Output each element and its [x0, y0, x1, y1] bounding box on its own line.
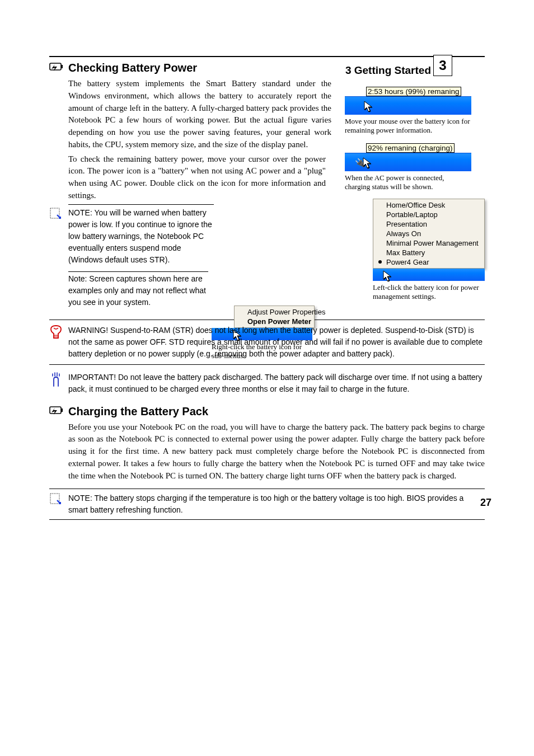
divider [49, 489, 485, 489]
cursor-icon [363, 157, 372, 169]
section-title-checking-battery: Checking Battery Power [68, 62, 485, 74]
svg-point-3 [55, 376, 57, 378]
tooltip-battery-remaining: 2:53 hours (99%) remaning Move your mous… [345, 86, 471, 135]
figure-caption: Left-click the battery icon for power ma… [373, 283, 485, 301]
figure-caption: Move your mouse over the battery icon fo… [345, 117, 471, 135]
note-text: NOTE: The battery stops charging if the … [68, 492, 485, 516]
cursor-icon [383, 270, 392, 282]
divider [49, 364, 485, 365]
svg-rect-1 [61, 65, 63, 68]
menu-item[interactable]: Adjust Power Properties [235, 307, 313, 317]
svg-rect-6 [50, 494, 59, 504]
battery-icon [49, 62, 65, 72]
important-icon [49, 372, 64, 387]
note-icon [49, 492, 64, 505]
battery-icon [49, 405, 65, 415]
important-text: IMPORTANT! Do not leave the battery pack… [68, 372, 485, 395]
body-paragraph: Before you use your Notebook PC on the r… [68, 421, 485, 482]
section-title-charging-battery: Charging the Battery Pack [68, 405, 485, 418]
taskbar-strip [345, 96, 471, 115]
svg-rect-2 [50, 208, 59, 218]
tooltip-text: 2:53 hours (99%) remaning [366, 87, 461, 96]
svg-rect-5 [61, 408, 63, 412]
divider [68, 271, 208, 272]
divider [49, 519, 485, 520]
taskbar-strip [373, 269, 485, 281]
note-text: NOTE: You will be warned when battery po… [68, 207, 214, 266]
warning-icon [49, 325, 64, 339]
note-text: Note: Screen captures shown here are exa… [68, 273, 208, 308]
note-icon [49, 207, 64, 219]
cursor-icon [364, 101, 373, 112]
page-number: 27 [480, 497, 491, 509]
body-paragraph: To check the remaining battery power, mo… [68, 153, 326, 202]
divider [49, 56, 485, 57]
taskbar-strip: 🔌 [345, 153, 471, 171]
warning-text: WARNING! Suspend-to-RAM (STR) does not l… [68, 325, 485, 360]
body-paragraph: The battery system implements the Smart … [68, 78, 331, 151]
tooltip-battery-charging: 92% remaning (charging) 🔌 When the AC po… [345, 143, 471, 191]
figure-caption: When the AC power is connected, charging… [345, 173, 471, 191]
divider [68, 204, 214, 205]
tooltip-text: 92% remaning (charging) [366, 143, 455, 153]
